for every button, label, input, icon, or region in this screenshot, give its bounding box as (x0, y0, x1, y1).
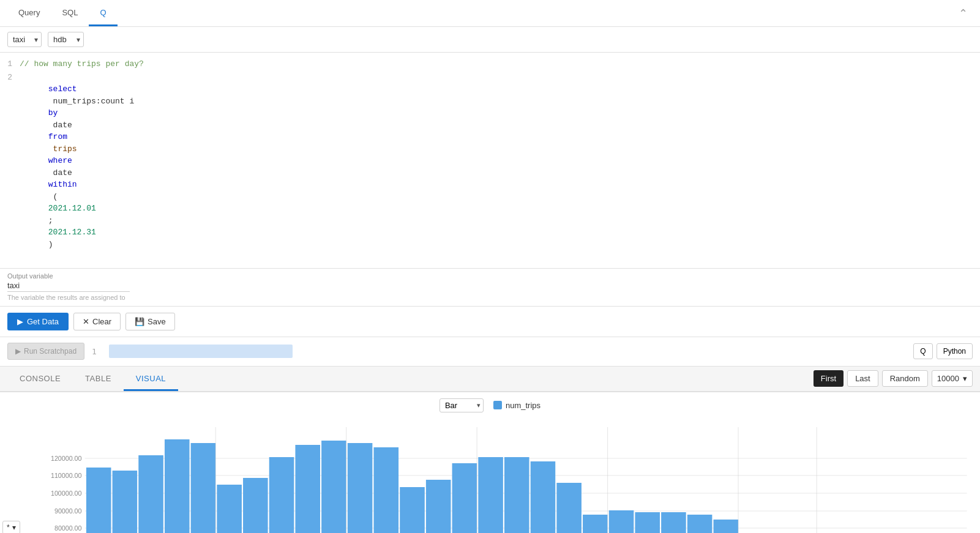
scratchpad-right-controls: Q Python (913, 343, 973, 359)
run-icon: ▶ (15, 347, 21, 356)
code-date-end: 2021.12.31 (48, 228, 96, 237)
clear-button[interactable]: ✕ Clear (73, 313, 121, 330)
code-by: by (48, 108, 58, 117)
save-button[interactable]: 💾 Save (125, 313, 175, 330)
output-variable-hint: The variable the results are assigned to (7, 294, 973, 301)
dropdowns-row: taxi hdb hdb trips (0, 27, 980, 53)
chart-controls: Bar Line Scatter num_trips (0, 398, 980, 412)
buttons-row: ▶ Get Data ✕ Clear 💾 Save (0, 307, 980, 337)
last-button[interactable]: Last (847, 370, 878, 387)
y-label-120k: 120000.00 (51, 455, 82, 462)
python-button[interactable]: Python (937, 343, 973, 359)
top-tabs-bar: Query SQL Q ⌃ (0, 0, 980, 27)
play-icon: ▶ (17, 317, 23, 326)
scratchpad-row: ▶ Run Scratchpad 1 Q Python (0, 337, 980, 367)
bar-25 (714, 520, 739, 534)
tab-visual[interactable]: VISUAL (124, 368, 178, 391)
rows-dropdown[interactable]: 10000 ▾ (932, 370, 973, 387)
database-dropdown-wrapper: taxi hdb (7, 32, 42, 47)
bar-13 (400, 487, 425, 534)
line-number-2: 2 (0, 72, 20, 263)
y-label-110k: 110000.00 (51, 472, 82, 479)
code-paren-open: ( (48, 192, 58, 201)
bar-6 (217, 485, 242, 534)
line-number-1: 1 (0, 58, 20, 70)
chart-area: Bar Line Scatter num_trips * ▾ (0, 392, 980, 534)
database-dropdown[interactable]: taxi hdb (7, 32, 42, 47)
y-label-90k: 90000.00 (54, 508, 82, 515)
chart-type-wrapper: Bar Line Scatter (440, 398, 484, 412)
code-semicolon: ; (48, 216, 53, 225)
editor-line-1: 1 // how many trips per day? (0, 58, 980, 71)
tab-console[interactable]: CONSOLE (7, 368, 73, 391)
legend-label: num_trips (506, 401, 540, 410)
bar-20 (583, 515, 608, 534)
bar-7 (243, 478, 268, 534)
bar-4 (165, 439, 190, 534)
line-content-1: // how many trips per day? (20, 58, 980, 70)
code-select: select (48, 84, 77, 94)
output-variable-value[interactable]: taxi (7, 281, 130, 292)
save-label: Save (148, 317, 166, 326)
bar-16 (478, 457, 503, 534)
bar-2 (113, 471, 138, 534)
x-icon: ✕ (83, 317, 89, 326)
collapse-icon[interactable]: ⌃ (954, 2, 973, 25)
run-scratchpad-button[interactable]: ▶ Run Scratchpad (7, 343, 84, 360)
scratchpad-line-num: 1 (92, 347, 104, 356)
code-from: from (48, 132, 67, 141)
y-label-80k: 80000.00 (54, 525, 82, 532)
bar-8 (269, 457, 294, 534)
code-editor[interactable]: 1 // how many trips per day? 2 select nu… (0, 53, 980, 269)
random-button[interactable]: Random (882, 370, 928, 387)
y-axis-chevron-icon: ▾ (12, 523, 16, 532)
first-button[interactable]: First (814, 370, 843, 387)
bar-21 (609, 510, 634, 534)
code-space: num_trips:count i (48, 97, 139, 106)
code-date-field: date (48, 121, 77, 130)
tab-sql[interactable]: SQL (51, 1, 89, 26)
bar-11 (348, 443, 373, 534)
table-dropdown-wrapper: hdb trips (48, 32, 84, 47)
bar-1 (86, 468, 111, 534)
tab-q[interactable]: Q (89, 1, 117, 26)
tab-query[interactable]: Query (7, 1, 51, 26)
chart-legend: num_trips (493, 401, 540, 410)
bar-10 (321, 441, 346, 534)
line-content-2: select num_trips:count i by date from tr… (20, 72, 980, 263)
legend-color-swatch (493, 401, 502, 409)
bar-23 (661, 512, 686, 534)
bottom-tabs-bar: CONSOLE TABLE VISUAL First Last Random 1… (0, 367, 980, 392)
output-variable-section: Output variable taxi The variable the re… (0, 269, 980, 307)
bar-chart-svg: 40000.00 50000.00 60000.00 70000.00 8000… (0, 415, 980, 534)
bar-22 (635, 512, 660, 534)
scratchpad-highlight (109, 345, 293, 358)
q-button[interactable]: Q (913, 343, 932, 359)
bar-3 (138, 455, 163, 534)
chart-type-select[interactable]: Bar Line Scatter (440, 398, 484, 412)
code-paren-close: ) (48, 240, 53, 249)
bar-19 (556, 483, 582, 534)
code-where: where (48, 156, 72, 165)
code-date-where: date (48, 168, 77, 177)
rows-chevron-icon: ▾ (963, 374, 967, 383)
y-axis-select-container: * ▾ (2, 521, 20, 534)
bar-14 (426, 480, 451, 534)
bottom-tab-right-controls: First Last Random 10000 ▾ (814, 370, 973, 387)
get-data-button[interactable]: ▶ Get Data (7, 313, 69, 330)
y-axis-dropdown[interactable]: * ▾ (2, 521, 20, 534)
save-icon: 💾 (135, 317, 144, 326)
get-data-label: Get Data (27, 317, 59, 326)
bar-9 (295, 445, 320, 534)
y-axis-value: * (7, 523, 10, 532)
tab-table[interactable]: TABLE (73, 368, 124, 391)
code-within: within (48, 180, 77, 189)
bar-5 (191, 443, 216, 534)
editor-line-2: 2 select num_trips:count i by date from … (0, 71, 980, 263)
bar-15 (452, 463, 477, 534)
bar-18 (531, 461, 556, 534)
rows-value: 10000 (937, 374, 959, 383)
code-date-start: 2021.12.01 (48, 204, 96, 213)
table-dropdown[interactable]: hdb trips (48, 32, 84, 47)
clear-label: Clear (92, 317, 111, 326)
